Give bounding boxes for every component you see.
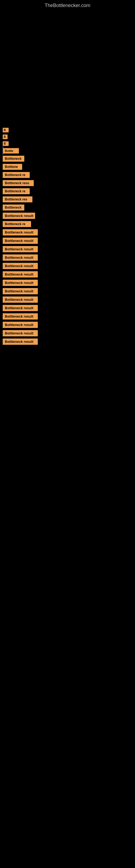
bottleneck-result-label: Bottleneck result [3, 322, 38, 328]
list-item: Bottleneck re [3, 188, 135, 194]
bottleneck-result-label: Bottleneck result [3, 330, 38, 336]
list-item: Bottlene [3, 164, 135, 170]
list-item: Bottleneck result [3, 280, 135, 286]
bottleneck-result-label: Bottleneck result [3, 229, 38, 236]
bottleneck-result-label: Bottleneck result [3, 288, 38, 294]
bottleneck-result-label: Bottleneck res [3, 196, 32, 203]
list-item: Bottleneck result [3, 246, 135, 252]
bottleneck-result-label: Bottleneck [3, 205, 24, 211]
list-item: Bottleneck [3, 205, 135, 211]
list-item: Bottleneck result [3, 313, 135, 319]
bottleneck-result-label: Bottleneck result [3, 213, 35, 219]
list-item: Bottle [3, 148, 135, 154]
list-item: B [3, 134, 135, 139]
bottleneck-result-label: B [3, 134, 8, 139]
list-item: Bottleneck result [3, 254, 135, 261]
vertical-line [3, 147, 3, 155]
bottleneck-result-label: Bottleneck result [3, 254, 38, 261]
bottleneck-result-label: Bottleneck result [3, 297, 38, 303]
list-item: Bottleneck res [3, 196, 135, 203]
bottleneck-result-label: B [3, 141, 9, 146]
list-item: Bottleneck result [3, 305, 135, 311]
list-item: Bottleneck result [3, 297, 135, 303]
bottleneck-result-label: Bottleneck re [3, 172, 30, 178]
list-item: Bottleneck [3, 156, 135, 162]
list-item: Bottleneck result [3, 213, 135, 219]
bottleneck-result-label: B [3, 128, 9, 132]
bottleneck-result-label: Bottle [3, 148, 19, 154]
bottleneck-result-label: Bottleneck result [3, 313, 38, 319]
list-item: Bottleneck result [3, 271, 135, 278]
list-item: Bottleneck result [3, 339, 135, 345]
list-item: Bottleneck result [3, 322, 135, 328]
bottleneck-result-label: Bottleneck result [3, 305, 38, 311]
list-item: Bottleneck resu [3, 180, 135, 186]
list-item: Bottleneck result [3, 263, 135, 269]
list-item: B [3, 128, 135, 132]
site-title: TheBottlenecker.com [0, 0, 135, 11]
list-item: B [3, 141, 135, 146]
bottleneck-list: BBBBottleBottleneckBottleneBottleneck re… [0, 11, 135, 347]
bottleneck-result-label: Bottleneck result [3, 263, 38, 269]
list-item: Bottleneck re [3, 221, 135, 227]
list-item: Bottleneck re [3, 172, 135, 178]
bottleneck-result-label: Bottlene [3, 164, 22, 170]
bottleneck-result-label: Bottleneck result [3, 246, 38, 252]
bottleneck-result-label: Bottleneck result [3, 271, 38, 278]
bottleneck-result-label: Bottleneck result [3, 339, 38, 345]
bottleneck-result-label: Bottleneck result [3, 280, 38, 286]
bottleneck-result-label: Bottleneck resu [3, 180, 34, 186]
list-item: Bottleneck result [3, 330, 135, 336]
bottleneck-result-label: Bottleneck [3, 156, 24, 162]
list-item: Bottleneck result [3, 229, 135, 236]
bottleneck-result-label: Bottleneck re [3, 188, 30, 194]
bottleneck-result-label: Bottleneck re [3, 221, 31, 227]
bottleneck-result-label: Bottleneck result [3, 238, 38, 244]
list-item: Bottleneck result [3, 238, 135, 244]
list-item: Bottleneck result [3, 288, 135, 294]
